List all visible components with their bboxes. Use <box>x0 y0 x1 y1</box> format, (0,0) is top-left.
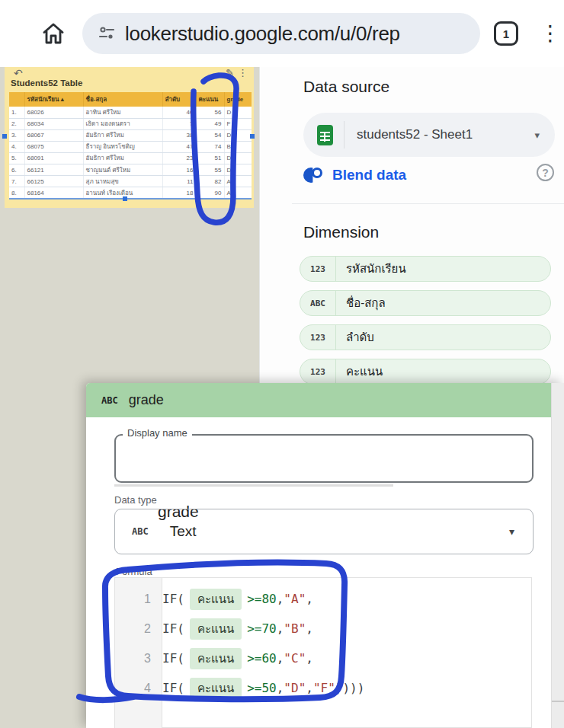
field-name: grade <box>129 392 164 408</box>
table-row[interactable]: 1.68026อาทิน ศรีใหม4056D <box>9 107 252 118</box>
table-cell: 38 <box>162 129 196 141</box>
table-row[interactable]: 4.68075ธีราญ อินทรโชติญ4774B <box>9 141 252 152</box>
formula-token: "B" <box>284 621 306 636</box>
field-chip[interactable]: คะแนน <box>190 678 242 699</box>
formula-token: >=50 <box>247 681 277 695</box>
table-cell: 5. <box>9 152 24 164</box>
url-bar[interactable]: lookerstudio.google.com/u/0/rep <box>82 13 480 54</box>
formula-code: IF(คะแนน>=50,"D","F")))) <box>162 678 364 699</box>
field-editor-header: ABC grade <box>86 383 564 417</box>
tab-switcher-button[interactable]: 1 <box>494 21 518 46</box>
dimension-field-chip[interactable]: 123ลำดับ <box>300 324 551 350</box>
site-settings-icon[interactable] <box>98 24 116 43</box>
formula-token: IF( <box>162 621 184 636</box>
field-chip[interactable]: คะแนน <box>190 618 242 640</box>
scrollbar[interactable] <box>551 383 564 728</box>
browser-toolbar: lookerstudio.google.com/u/0/rep 1 ⋮ <box>0 0 564 67</box>
data-type-select[interactable]: ABC Text ▾ <box>114 509 534 554</box>
column-header[interactable]: ลำดับ <box>162 92 196 107</box>
home-icon[interactable] <box>40 20 67 47</box>
chevron-down-icon: ▾ <box>509 525 514 538</box>
table-cell: 49 <box>196 118 224 129</box>
help-icon[interactable]: ? <box>537 164 554 181</box>
undo-icon[interactable]: ↶ <box>14 67 23 79</box>
dimension-field-chip[interactable]: ABCชื่อ-สกุล <box>300 290 551 316</box>
formula-token: , <box>277 651 284 666</box>
edit-pencil-icon[interactable]: ✎ <box>226 67 234 78</box>
divider <box>335 359 336 385</box>
formula-token: >=60 <box>247 651 277 666</box>
table-cell: 90 <box>196 187 224 199</box>
table-cell: เธิดา มองดนตรา <box>83 118 162 129</box>
table-cell: A <box>224 176 252 187</box>
table-row[interactable]: 8.68164อานนท์ เรืองเดือน1890A <box>9 187 252 199</box>
column-header[interactable]: คะแนน <box>196 92 224 107</box>
formula-token: , <box>306 592 313 606</box>
formula-token: , <box>277 592 284 606</box>
formula-token: "D" <box>284 681 306 695</box>
selection-handle[interactable] <box>2 134 7 139</box>
table-cell: ชาญมนต์ ศรีใหม <box>83 164 162 175</box>
data-type-label: Data type <box>114 494 157 506</box>
table-row[interactable]: 7.66125สุภ นาหมสุข1182A <box>9 176 252 187</box>
table-row[interactable]: 2.68034เธิดา มองดนตรา749F <box>9 118 252 129</box>
browser-menu-icon[interactable]: ⋮ <box>540 18 558 49</box>
table-cell: อาทิน ศรีใหม <box>83 107 162 118</box>
table-row[interactable]: 3.68067อัมธิกา ศรีใหม3854D <box>9 129 252 141</box>
table-cell: 66121 <box>24 164 83 175</box>
table-row[interactable]: 5.68091อัมธิกา ศรีใหม2351D <box>9 152 252 164</box>
chevron-down-icon[interactable]: ▾ <box>534 129 540 141</box>
table-cell: 7. <box>9 176 24 187</box>
students-table: รหัสนักเรียน ▴ชื่อ-สกุลลำดับคะแนนgrade 1… <box>9 92 252 199</box>
field-label: ลำดับ <box>346 328 374 346</box>
table-widget[interactable]: ↶ ✎ ⋮ Students52 Table รหัสนักเรียน ▴ชื่… <box>5 67 254 208</box>
formula-code: IF(คะแนน>=80,"A", <box>162 589 313 610</box>
field-editor-dialog: ABC grade grade Display name Data type A… <box>86 383 564 728</box>
selection-outline <box>9 198 252 200</box>
formula-token: , <box>277 681 284 695</box>
column-header[interactable]: รหัสนักเรียน ▴ <box>24 92 83 107</box>
dimension-field-chip[interactable]: 123รหัสนักเรียน <box>300 256 551 282</box>
field-chip[interactable]: คะแนน <box>190 589 242 610</box>
table-cell: 66125 <box>24 176 83 187</box>
formula-token: "A" <box>284 592 306 606</box>
column-header[interactable]: ชื่อ-สกุล <box>83 92 162 107</box>
field-chip[interactable]: คะแนน <box>190 648 242 669</box>
selection-handle[interactable] <box>123 196 127 201</box>
data-type-badge: ABC <box>132 526 149 537</box>
formula-line: 4IF(คะแนน>=50,"D","F")))) <box>115 673 533 703</box>
column-header[interactable]: grade <box>224 92 252 107</box>
table-cell: 1. <box>9 107 24 118</box>
data-source-heading: Data source <box>303 78 389 96</box>
table-header-row[interactable]: รหัสนักเรียน ▴ชื่อ-สกุลลำดับคะแนนgrade <box>9 92 252 107</box>
data-source-name: students52 - Sheet1 <box>357 127 473 142</box>
tab-count: 1 <box>503 27 509 40</box>
table-cell: 68067 <box>24 129 83 141</box>
table-cell: 74 <box>196 141 224 152</box>
widget-more-icon[interactable]: ⋮ <box>238 67 248 78</box>
dimension-field-chip[interactable]: 123คะแนน <box>300 359 551 385</box>
table-cell: 68034 <box>24 118 83 129</box>
table-cell: 4. <box>9 141 24 152</box>
table-cell: 11 <box>162 176 196 187</box>
table-cell: 68075 <box>24 141 83 152</box>
field-type-badge: 123 <box>300 264 335 274</box>
table-cell: 6. <box>9 164 24 175</box>
display-name-input[interactable]: grade <box>114 434 534 483</box>
url-text: lookerstudio.google.com/u/0/rep <box>125 22 400 46</box>
table-cell: B <box>224 141 252 152</box>
column-header[interactable] <box>9 92 24 107</box>
formula-line: 3IF(คะแนน>=60,"C", <box>115 643 533 673</box>
table-cell: 56 <box>196 107 224 118</box>
line-number: 3 <box>115 652 162 666</box>
formula-token: , <box>306 621 313 636</box>
table-cell: D <box>224 164 252 175</box>
formula-lines: 1IF(คะแนน>=80,"A",2IF(คะแนน>=70,"B",3IF(… <box>115 584 533 703</box>
table-row[interactable]: 6.66121ชาญมนต์ ศรีใหม1655D <box>9 164 252 175</box>
formula-editor[interactable]: 1IF(คะแนน>=80,"A",2IF(คะแนน>=70,"B",3IF(… <box>114 577 532 728</box>
data-source-selector[interactable]: students52 - Sheet1 ▾ <box>303 113 555 157</box>
table-cell: สุภ นาหมสุข <box>83 176 162 187</box>
selection-handle[interactable] <box>250 134 255 139</box>
blend-data-button[interactable]: Blend data <box>303 164 406 187</box>
formula-line: 1IF(คะแนน>=80,"A", <box>115 584 533 614</box>
